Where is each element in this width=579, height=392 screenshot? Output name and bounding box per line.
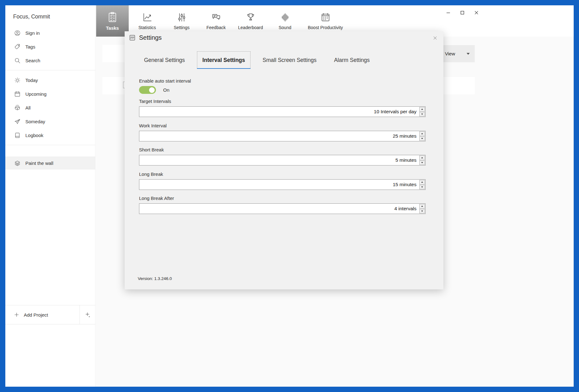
sidebar-nav: Sign in Tags Search Today Upcoming A <box>5 26 95 170</box>
sidebar-item-all[interactable]: All <box>5 101 95 115</box>
spin-down-button[interactable] <box>419 160 425 165</box>
sidebar-item-label: Search <box>25 58 40 63</box>
minimize-button[interactable] <box>441 5 455 20</box>
spin-up-button[interactable] <box>419 155 425 160</box>
work-interval-input[interactable]: 25 minutes <box>139 131 426 141</box>
spin-down-button[interactable] <box>419 136 425 141</box>
field-value: 10 Intervals per day <box>374 107 416 117</box>
long-break-input[interactable]: 15 minutes <box>139 179 426 190</box>
sidebar-item-sign-in[interactable]: Sign in <box>5 26 95 40</box>
app-window: Focus, Commit Sign in Tags Search Today <box>5 5 574 387</box>
close-icon <box>433 36 437 40</box>
spin-down-button[interactable] <box>419 185 425 190</box>
spinner <box>419 155 425 165</box>
sidebar-item-tags[interactable]: Tags <box>5 40 95 53</box>
close-window-button[interactable] <box>469 5 483 20</box>
toolbar-item-label: Settings <box>174 25 190 30</box>
short-break-input[interactable]: 5 minutes <box>139 155 426 165</box>
down-arrow-icon <box>421 162 423 163</box>
user-icon <box>14 30 21 36</box>
spin-down-button[interactable] <box>419 209 425 214</box>
field-long-break: Long Break 15 minutes <box>139 171 426 190</box>
target-intervals-input[interactable]: 10 Intervals per day <box>139 106 426 117</box>
dialog-title: Settings <box>139 34 162 41</box>
down-arrow-icon <box>421 114 423 115</box>
sidebar-item-label: Today <box>25 78 38 83</box>
tag-icon <box>14 43 21 50</box>
clipboard-icon <box>106 11 118 23</box>
window-controls <box>441 5 483 20</box>
spinner <box>419 131 425 141</box>
long-break-after-input[interactable]: 4 intervals <box>139 203 426 214</box>
tab-small-screen-settings[interactable]: Small Screen Settings <box>257 51 322 69</box>
sidebar-item-label: Someday <box>25 119 45 124</box>
field-label: Long Break <box>139 171 426 177</box>
sidebar-item-logbook[interactable]: Logbook <box>5 128 95 142</box>
toggle-knob <box>149 87 155 93</box>
spinner <box>419 180 425 190</box>
sidebar-item-someday[interactable]: Someday <box>5 115 95 128</box>
sidebar-item-search[interactable]: Search <box>5 53 95 67</box>
up-arrow-icon <box>421 181 423 183</box>
calendar-icon <box>14 91 21 97</box>
auto-start-label: Enable auto start interval <box>139 78 191 84</box>
dialog-close-button[interactable] <box>431 34 439 42</box>
version-label: Version: 1.3.246.0 <box>138 276 172 281</box>
up-arrow-icon <box>421 109 423 110</box>
field-value: 15 minutes <box>393 180 416 190</box>
field-work-interval: Work Interval 25 minutes <box>139 123 426 141</box>
sidebar-item-today[interactable]: Today <box>5 73 95 87</box>
field-label: Long Break After <box>139 196 426 201</box>
down-arrow-icon <box>421 186 423 188</box>
auto-start-toggle[interactable] <box>139 86 156 94</box>
toolbar-item-label: Feedback <box>206 25 225 30</box>
spin-up-button[interactable] <box>419 131 425 136</box>
spin-up-button[interactable] <box>419 180 425 185</box>
spinner <box>419 107 425 117</box>
maximize-icon <box>460 11 464 15</box>
plus-chevron-down-icon <box>85 312 91 318</box>
trophy-icon <box>246 12 256 23</box>
field-label: Short Break <box>139 147 426 152</box>
sliders-icon <box>177 12 187 23</box>
settings-dialog-header: Settings <box>129 34 162 41</box>
layers-icon <box>14 160 21 166</box>
sidebar-item-label: Paint the wall <box>25 160 53 166</box>
maximize-button[interactable] <box>455 5 469 20</box>
sidebar-item-upcoming[interactable]: Upcoming <box>5 87 95 101</box>
tab-general-settings[interactable]: General Settings <box>139 51 190 69</box>
field-short-break: Short Break 5 minutes <box>139 147 426 165</box>
sidebar-divider <box>5 145 95 145</box>
field-value: 4 intervals <box>394 204 416 214</box>
chat-icon <box>211 12 221 23</box>
field-target-intervals: Target Intervals 10 Intervals per day <box>139 99 426 117</box>
paper-plane-icon <box>14 118 21 125</box>
tab-interval-settings[interactable]: Interval Settings <box>197 51 250 69</box>
spin-up-button[interactable] <box>419 107 425 112</box>
chart-icon <box>142 12 153 23</box>
view-dropdown[interactable]: View <box>440 45 475 62</box>
add-project-bar: Add Project <box>5 305 95 324</box>
toolbar-item-label: Boost Productivity <box>308 25 343 30</box>
app-logo-icon <box>129 34 136 41</box>
chevron-down-icon <box>467 53 470 55</box>
sidebar-item-label: All <box>25 105 31 110</box>
plus-icon <box>13 312 20 318</box>
spin-down-button[interactable] <box>419 112 425 117</box>
add-project-menu-button[interactable] <box>80 305 95 324</box>
toggle-state-label: On <box>163 87 169 93</box>
app-title: Focus, Commit <box>13 13 50 20</box>
sidebar-divider <box>5 70 95 70</box>
up-arrow-icon <box>421 157 423 158</box>
sidebar-item-label: Tags <box>25 44 35 49</box>
spin-up-button[interactable] <box>419 204 425 209</box>
add-project-button[interactable]: Add Project <box>5 305 80 324</box>
tab-alarm-settings[interactable]: Alarm Settings <box>329 51 375 69</box>
up-arrow-icon <box>421 133 423 134</box>
sidebar: Focus, Commit Sign in Tags Search Today <box>5 5 96 387</box>
sidebar-item-project-paint-the-wall[interactable]: Paint the wall <box>5 156 95 170</box>
box-icon <box>14 104 21 111</box>
toolbar-item-tasks[interactable]: Tasks <box>96 5 129 37</box>
field-value: 25 minutes <box>393 131 416 141</box>
settings-tabs: General Settings Interval Settings Small… <box>139 51 375 69</box>
